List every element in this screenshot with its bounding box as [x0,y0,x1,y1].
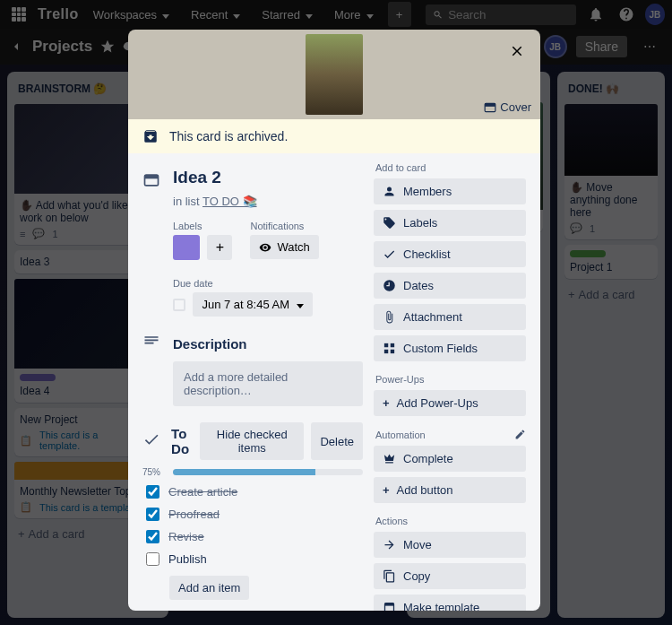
archived-banner: This card is archived. [128,119,540,153]
in-list: in list TO DO 📚 [173,195,363,208]
user-icon [383,185,396,198]
due-date-label: Due date [173,278,313,289]
checklist-item[interactable]: Publish [142,548,363,570]
add-label-button[interactable]: + [207,235,232,260]
checklist-item-text: Create article [168,485,237,499]
eye-icon [259,241,271,254]
due-checkbox[interactable] [173,299,185,311]
checklist-item-text: Publish [168,552,207,566]
checklist-item-text: Proofread [168,508,220,521]
archived-text: This card is archived. [169,129,288,143]
paperclip-icon [383,310,396,324]
progress-percent: 75% [142,467,166,477]
hide-checked-button[interactable]: Hide checked items [200,422,304,460]
svg-rect-11 [385,603,394,606]
make-template-button[interactable]: Make template [374,595,526,611]
svg-rect-8 [384,350,388,353]
add-checklist-item-button[interactable]: Add an item [169,576,249,600]
fields-icon [383,342,396,355]
watch-button[interactable]: Watch [250,235,318,259]
actions-label: Actions [375,516,526,526]
card-title[interactable]: Idea 2 [173,168,221,187]
cover-image [306,34,363,115]
svg-rect-5 [145,175,159,178]
template-icon [383,601,396,611]
dates-button[interactable]: Dates [374,273,526,299]
add-automation-button[interactable]: +Add button [374,477,526,503]
svg-rect-3 [485,103,495,107]
checklist-item[interactable]: Create article [142,481,363,503]
clock-icon [383,279,396,292]
svg-rect-9 [391,350,394,353]
members-button[interactable]: Members [374,178,526,204]
card-modal: Cover This card is archived. Idea 2 in l… [128,30,540,611]
description-title: Description [173,336,363,352]
checklist-checkbox[interactable] [146,508,159,521]
description-icon [142,333,162,354]
description-input[interactable]: Add a more detailed description… [173,361,363,406]
card-cover[interactable]: Cover [128,30,540,119]
checklist-icon [142,430,160,452]
cover-button[interactable]: Cover [484,100,531,114]
notifications-label: Notifications [250,221,318,231]
labels-label: Labels [173,221,232,231]
attachment-button[interactable]: Attachment [374,304,526,330]
complete-button[interactable]: Complete [374,446,526,472]
tag-icon [383,216,396,230]
checklist-checkbox[interactable] [146,552,159,566]
copy-icon [383,569,396,583]
archive-icon [142,128,159,144]
due-date-button[interactable]: Jun 7 at 8:45 AM [193,292,313,317]
add-to-card-label: Add to card [375,162,526,173]
custom-fields-button[interactable]: Custom Fields [374,335,526,361]
move-button[interactable]: Move [374,532,526,558]
svg-rect-6 [384,343,388,347]
add-powerups-button[interactable]: +Add Power-Ups [374,390,526,416]
cover-icon [484,101,496,114]
delete-checklist-button[interactable]: Delete [311,422,363,460]
list-link[interactable]: TO DO 📚 [202,195,257,208]
automation-label: Automation [375,430,426,440]
checklist-button[interactable]: Checklist [374,241,526,267]
card-icon [142,168,162,193]
edit-automation-icon[interactable] [514,429,526,440]
arrow-right-icon [383,538,396,551]
progress-bar [173,469,363,475]
checklist-item[interactable]: Proofread [142,503,363,525]
svg-rect-7 [391,343,394,347]
powerups-label: Power-Ups [375,374,526,385]
copy-button[interactable]: Copy [374,563,526,589]
labels-button[interactable]: Labels [374,210,526,236]
crown-icon [383,452,396,465]
checklist-title[interactable]: To Do [171,426,189,456]
checklist-item[interactable]: Revise [142,525,363,548]
checklist-checkbox[interactable] [146,530,159,543]
checklist-checkbox[interactable] [146,485,159,499]
check-icon [383,247,396,261]
checklist-item-text: Revise [168,530,204,543]
close-button[interactable] [504,39,530,64]
close-icon [509,43,525,59]
label-purple[interactable] [173,235,200,260]
